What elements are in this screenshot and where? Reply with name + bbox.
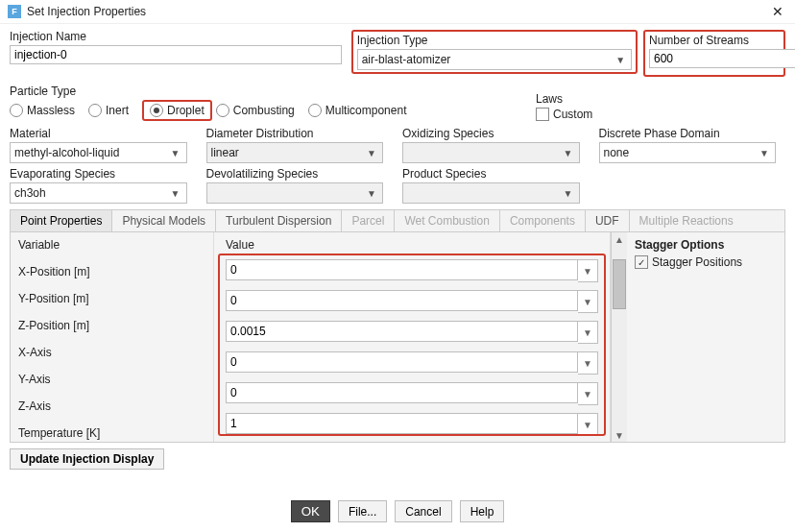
file-button[interactable]: File...: [338, 500, 387, 522]
help-button[interactable]: Help: [460, 500, 505, 522]
x-axis-input[interactable]: [226, 351, 578, 373]
diameter-dist-select[interactable]: linear▼: [206, 142, 384, 163]
oxidizing-select[interactable]: ▼: [402, 142, 580, 163]
z-axis-input[interactable]: [226, 413, 578, 434]
chevron-down-icon: ▼: [562, 188, 575, 199]
chevron-down-icon: ▼: [365, 148, 378, 158]
close-icon[interactable]: ✕: [768, 4, 787, 19]
radio-combusting[interactable]: Combusting: [216, 104, 295, 117]
var-z-axis: Z-Axis: [18, 399, 205, 413]
devol-select[interactable]: ▼: [206, 182, 384, 204]
product-select[interactable]: ▼: [402, 182, 580, 204]
oxidizing-label: Oxidizing Species: [402, 127, 580, 140]
tab-wet-combustion: Wet Combustion: [395, 210, 499, 231]
update-injection-display-button[interactable]: Update Injection Display: [10, 448, 164, 470]
domain-label: Discrete Phase Domain: [599, 127, 777, 140]
num-streams-input[interactable]: [649, 49, 795, 68]
radio-droplet-highlight: Droplet: [142, 100, 212, 121]
tab-udf[interactable]: UDF: [586, 210, 630, 231]
chevron-down-icon: ▼: [562, 148, 575, 158]
var-z-position: Z-Position [m]: [18, 319, 205, 332]
stagger-positions-checkbox[interactable]: Stagger Positions: [635, 255, 767, 269]
value-header: Value: [218, 238, 606, 254]
x-position-input[interactable]: [226, 259, 578, 280]
y-axis-input[interactable]: [226, 382, 578, 403]
tab-parcel: Parcel: [342, 210, 395, 231]
material-select[interactable]: methyl-alcohol-liquid▼: [10, 142, 187, 163]
domain-select[interactable]: none▼: [599, 142, 777, 163]
injection-name-input[interactable]: [10, 45, 342, 64]
tab-point-properties[interactable]: Point Properties: [11, 210, 112, 231]
num-streams-label: Number of Streams: [649, 34, 780, 47]
var-temperature: Temperature [K]: [18, 426, 205, 440]
tab-multiple-reactions: Multiple Reactions: [630, 210, 743, 231]
app-icon: F: [8, 5, 21, 18]
tabs: Point Properties Physical Models Turbule…: [10, 209, 785, 232]
diameter-dist-label: Diameter Distribution: [206, 127, 384, 140]
chevron-down-icon[interactable]: ▼: [578, 413, 598, 436]
injection-type-highlight: Injection Type air-blast-atomizer ▼: [351, 30, 638, 74]
radio-multicomponent[interactable]: Multicomponent: [308, 104, 407, 117]
chevron-down-icon[interactable]: ▼: [578, 351, 598, 375]
tab-turbulent-dispersion[interactable]: Turbulent Dispersion: [216, 210, 342, 231]
tab-physical-models[interactable]: Physical Models: [112, 210, 216, 231]
injection-type-label: Injection Type: [357, 34, 632, 47]
laws-label: Laws: [536, 92, 785, 106]
values-highlight: ▼ ▼ ▼ ▼ ▼ ▼ ▼: [218, 254, 606, 436]
radio-massless[interactable]: Massless: [10, 104, 75, 117]
chevron-down-icon[interactable]: ▼: [578, 259, 598, 282]
radio-inert[interactable]: Inert: [88, 104, 129, 117]
dialog-buttons: OK File... Cancel Help: [0, 500, 795, 522]
point-properties-panel: Variable X-Position [m] Y-Position [m] Z…: [10, 232, 785, 443]
radio-droplet[interactable]: Droplet: [150, 104, 205, 117]
variable-header: Variable: [18, 238, 205, 252]
devol-label: Devolatilizing Species: [206, 167, 384, 181]
chevron-down-icon: ▼: [758, 148, 771, 158]
scrollbar[interactable]: ▲ ▼: [611, 232, 627, 442]
var-x-axis: X-Axis: [18, 346, 205, 359]
var-x-position: X-Position [m]: [18, 265, 205, 278]
chevron-down-icon: ▼: [365, 188, 378, 199]
stagger-header: Stagger Options: [635, 238, 777, 252]
particle-type-label: Particle Type: [10, 85, 536, 98]
titlebar: F Set Injection Properties ✕: [0, 0, 795, 24]
chevron-down-icon: ▼: [169, 148, 182, 158]
chevron-down-icon[interactable]: ▼: [578, 321, 598, 344]
chevron-down-icon: ▼: [614, 55, 627, 65]
var-y-axis: Y-Axis: [18, 373, 205, 386]
laws-custom-checkbox[interactable]: Custom: [536, 108, 592, 121]
cancel-button[interactable]: Cancel: [395, 500, 451, 522]
var-y-position: Y-Position [m]: [18, 292, 205, 305]
particle-type-group: Massless Inert Droplet Combusting Multic…: [10, 98, 536, 123]
dialog: F Set Injection Properties ✕ Injection N…: [0, 0, 795, 532]
injection-name-label: Injection Name: [10, 30, 342, 43]
chevron-down-icon[interactable]: ▼: [578, 290, 598, 313]
tab-components: Components: [500, 210, 586, 231]
chevron-down-icon[interactable]: ▼: [578, 382, 598, 405]
scroll-up-icon[interactable]: ▲: [612, 232, 627, 246]
ok-button[interactable]: OK: [291, 500, 330, 522]
chevron-down-icon: ▼: [169, 188, 182, 199]
product-label: Product Species: [402, 167, 580, 181]
scroll-thumb[interactable]: [613, 259, 626, 309]
injection-type-select[interactable]: air-blast-atomizer ▼: [357, 49, 632, 70]
dialog-title: Set Injection Properties: [27, 5, 768, 18]
evap-label: Evaporating Species: [10, 167, 187, 181]
num-streams-highlight: Number of Streams ▲▼: [643, 30, 785, 77]
material-label: Material: [10, 127, 187, 140]
z-position-input[interactable]: [226, 321, 578, 342]
y-position-input[interactable]: [226, 290, 578, 311]
scroll-down-icon[interactable]: ▼: [612, 428, 627, 442]
evap-select[interactable]: ch3oh▼: [10, 182, 187, 204]
